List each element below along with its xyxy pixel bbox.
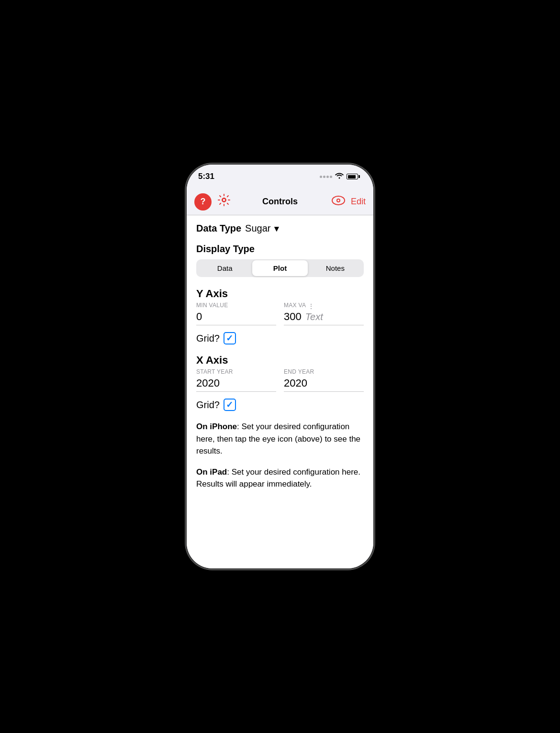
x-axis-fields: START YEAR 2020 END YEAR 2020 [196,368,364,392]
y-max-value[interactable]: 300 Text [284,311,364,325]
display-type-section: Display Type Data Plot Notes [196,244,364,277]
x-start-value[interactable]: 2020 [196,377,276,392]
segment-plot[interactable]: Plot [252,260,307,276]
y-max-placeholder: Text [305,311,323,322]
segment-control: Data Plot Notes [196,259,364,277]
svg-point-1 [223,199,225,201]
data-type-value: Sugar [245,223,270,234]
x-grid-label: Grid? [196,400,220,411]
checkmark-icon-2: ✓ [226,400,233,410]
x-end-value[interactable]: 2020 [284,377,364,392]
drag-handle-icon[interactable]: ⋮ [308,302,314,310]
segment-data[interactable]: Data [197,260,252,276]
gear-icon[interactable] [217,193,231,210]
chevron-down-icon: ▾ [274,223,279,234]
page-title: Controls [262,197,298,207]
segment-notes[interactable]: Notes [308,260,363,276]
x-axis-section: X Axis START YEAR 2020 END YEAR 2020 Gri… [196,354,364,411]
x-end-col: END YEAR 2020 [284,368,364,392]
nav-right: Edit [332,196,366,208]
ipad-info: On iPad: Set your desired configuration … [196,466,364,490]
y-grid-checkbox[interactable]: ✓ [224,332,236,344]
y-max-label: MAX VA [284,302,306,309]
info-section: On iPhone: Set your desired configuratio… [196,421,364,490]
content-area: Data Type Sugar ▾ Display Type Data Plot… [187,215,373,568]
x-grid-checkbox[interactable]: ✓ [224,399,236,411]
data-type-label: Data Type [196,223,241,234]
wifi-icon [335,172,344,181]
eye-icon[interactable] [332,196,345,208]
status-icons [320,172,360,181]
y-min-col: MIN VALUE 0 [196,302,276,325]
y-axis-section: Y Axis MIN VALUE 0 MAX VA ⋮ 300 Text [196,288,364,344]
y-max-col: MAX VA ⋮ 300 Text [284,302,364,325]
y-max-label-row: MAX VA ⋮ [284,302,364,311]
x-axis-title: X Axis [196,354,364,366]
svg-point-4 [337,200,339,201]
x-start-label: START YEAR [196,368,276,375]
phone-frame: 5:31 [187,165,373,568]
y-min-label: MIN VALUE [196,302,276,309]
signal-icon [320,176,332,178]
battery-icon [347,174,360,179]
status-bar: 5:31 [187,165,373,189]
nav-bar: ? Controls Edit [187,189,373,215]
data-type-row[interactable]: Data Type Sugar ▾ [196,223,364,234]
y-axis-fields: MIN VALUE 0 MAX VA ⋮ 300 Text [196,302,364,325]
nav-left: ? [194,193,231,211]
iphone-info: On iPhone: Set your desired configuratio… [196,421,364,457]
y-grid-label: Grid? [196,333,220,344]
help-button[interactable]: ? [194,193,212,211]
ipad-label: On iPad [196,467,227,477]
y-min-value[interactable]: 0 [196,311,276,325]
iphone-label: On iPhone [196,422,237,431]
edit-button[interactable]: Edit [351,197,366,207]
x-grid-row: Grid? ✓ [196,399,364,411]
x-end-label: END YEAR [284,368,364,375]
x-start-col: START YEAR 2020 [196,368,276,392]
status-time: 5:31 [198,172,214,181]
display-type-label: Display Type [196,244,364,255]
y-grid-row: Grid? ✓ [196,332,364,344]
checkmark-icon: ✓ [226,333,233,344]
y-axis-title: Y Axis [196,288,364,300]
